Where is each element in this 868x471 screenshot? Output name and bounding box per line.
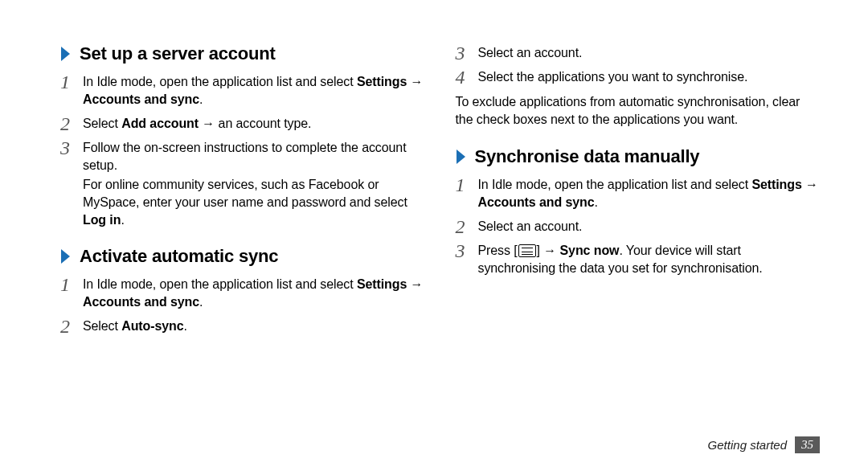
step-number: 2 [60,316,83,337]
step: 2 Select Add account → an account type. [60,113,425,134]
heading-activate-autosync: Activate automatic sync [60,246,425,267]
step-number: 2 [456,216,478,237]
menu-button-icon [518,244,536,257]
step: 3 Follow the on-screen instructions to c… [60,137,425,231]
step-number: 3 [60,137,83,158]
step-body: Select an account. [478,216,583,237]
step-number: 3 [456,240,478,261]
note-text: To exclude applications from automatic s… [456,93,821,129]
step: 3 Select an account. [456,43,821,63]
step-body: In Idle mode, open the application list … [83,72,425,110]
svg-marker-0 [61,47,70,61]
page-footer: Getting started 35 [708,436,820,453]
heading-text: Synchronise data manually [475,146,700,167]
footer-section: Getting started [708,438,787,452]
step-number: 2 [60,113,83,134]
step-body: Select Add account → an account type. [83,113,311,134]
step: 2 Select Auto-sync. [60,316,425,337]
right-column: 3 Select an account. 4 Select the applic… [456,40,821,447]
page: Set up a server account 1 In Idle mode, … [0,0,868,471]
step-body: In Idle mode, open the application list … [83,274,425,313]
page-number: 35 [795,436,820,453]
step-body: Follow the on-screen instructions to com… [83,137,425,231]
step: 1 In Idle mode, open the application lis… [60,72,425,110]
step: 1 In Idle mode, open the application lis… [60,274,425,313]
step-number: 4 [456,67,478,88]
step-number: 1 [60,274,83,295]
step: 2 Select an account. [456,216,821,237]
step-body: Select Auto-sync. [83,316,187,337]
heading-setup-server: Set up a server account [60,43,425,64]
step: 1 In Idle mode, open the application lis… [456,174,821,213]
step-number: 3 [456,43,478,63]
step-number: 1 [60,72,83,92]
heading-sync-manually: Synchronise data manually [456,146,821,167]
heading-text: Set up a server account [80,43,276,64]
svg-marker-2 [457,149,465,164]
step: 3 Press [] → Sync now. Your device will … [456,240,821,279]
chevron-icon [456,148,467,166]
left-column: Set up a server account 1 In Idle mode, … [60,40,425,447]
chevron-icon [60,45,72,63]
chevron-icon [60,248,72,265]
heading-text: Activate automatic sync [80,246,278,267]
svg-marker-1 [61,249,70,264]
step-body: Select an account. [478,43,583,63]
step-body: Select the applications you want to sync… [478,67,748,88]
step-body: In Idle mode, open the application list … [478,174,821,213]
step-body: Press [] → Sync now. Your device will st… [478,240,821,279]
step-number: 1 [456,174,478,195]
step: 4 Select the applications you want to sy… [456,67,821,88]
